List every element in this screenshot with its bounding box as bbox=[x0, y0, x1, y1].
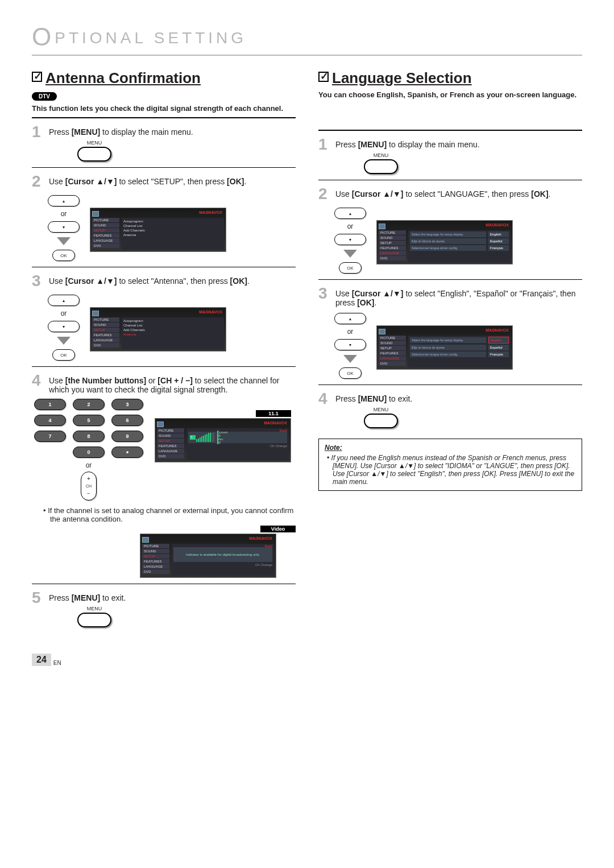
row: Autoprogram bbox=[123, 219, 222, 224]
tv-screen-video: MAGNAVOX PICTURE SOUND SETUP FEATURES LA… bbox=[140, 534, 276, 578]
row: Channel List bbox=[123, 224, 222, 228]
step-4: 4 Press [MENU] to exit. MENU bbox=[318, 391, 582, 428]
or-label: or bbox=[347, 328, 354, 336]
desc: Elija el idioma de ajuste. bbox=[410, 238, 486, 244]
tv-screen-antenna: MAGNAVOX PICTURE SOUND SETUP FEATURES LA… bbox=[90, 307, 226, 352]
t: [MENU] bbox=[72, 593, 101, 602]
side-item: PICTURE bbox=[379, 336, 406, 340]
ok-button-icon: OK bbox=[339, 367, 362, 379]
side-item: FEATURES bbox=[379, 246, 406, 250]
rule bbox=[318, 385, 582, 385]
antenna-icon: ✶ bbox=[190, 435, 196, 440]
check-icon bbox=[32, 72, 42, 82]
side-item: PICTURE bbox=[142, 544, 169, 548]
step-2: 2 Use [Cursor ▲/▼] to select "SETUP", th… bbox=[32, 173, 296, 189]
tv-screen-language: MAGNAVOX PICTURE SOUND SETUP FEATURES LA… bbox=[376, 220, 513, 264]
brand: MAGNAVOX bbox=[486, 223, 509, 227]
menu-button-icon bbox=[364, 414, 398, 428]
rule bbox=[318, 279, 582, 280]
t: [OK] bbox=[230, 276, 247, 286]
t: . bbox=[549, 189, 551, 199]
step-3: 3 Use [Cursor ▲/▼] to select "Antenna", … bbox=[32, 273, 296, 289]
brand: MAGNAVOX bbox=[199, 210, 222, 214]
opt: Español bbox=[488, 238, 509, 244]
tv-side: PICTURE SOUND SETUP FEATURES LANGUAGE DV… bbox=[92, 218, 119, 250]
t: Use bbox=[49, 177, 65, 186]
tv-screen-signal: MAGNAVOX PICTURE SOUND SETUP FEATURES LA… bbox=[155, 418, 291, 462]
down-button-icon: ▾ bbox=[334, 234, 366, 245]
side-item: SETUP bbox=[379, 241, 406, 245]
t: to select "Antenna", then press bbox=[117, 276, 230, 286]
channel-tag: 11.1 bbox=[256, 410, 291, 417]
step-num: 3 bbox=[32, 273, 45, 289]
down-button-icon: ▾ bbox=[334, 339, 366, 350]
step-body: Press [MENU] to exit. MENU bbox=[335, 391, 582, 428]
side-item: SOUND bbox=[157, 433, 184, 438]
side-item: SOUND bbox=[142, 549, 169, 553]
t: Press bbox=[335, 140, 358, 149]
t: [the Number buttons] bbox=[65, 376, 146, 385]
t: [MENU] bbox=[358, 394, 387, 403]
side-item: LANGUAGE bbox=[92, 338, 119, 342]
or-label: or bbox=[61, 210, 67, 218]
side-item: SOUND bbox=[92, 323, 119, 327]
tv-icon bbox=[379, 329, 385, 334]
signal-bar: ✶ Current 55 Max 55 bbox=[188, 432, 287, 443]
t: [Cursor ▲/▼] bbox=[65, 177, 117, 186]
or-label: or bbox=[34, 461, 143, 469]
side-item: DVD bbox=[142, 569, 169, 574]
side-item: PICTURE bbox=[92, 317, 119, 322]
chevron-down-icon bbox=[57, 237, 70, 245]
opt: Français bbox=[488, 352, 509, 357]
tv-icon bbox=[157, 421, 164, 427]
tv-main: Autoprogram Channel List Add Channels An… bbox=[122, 317, 224, 349]
up-button-icon: ▴ bbox=[334, 208, 366, 219]
footer: Ch Change bbox=[173, 562, 272, 567]
t: [MENU] bbox=[72, 127, 101, 137]
chapter-cap: O bbox=[32, 23, 55, 51]
tv-main: Back ✶ Current 55 Max 55 Ch Change bbox=[186, 428, 289, 460]
brand: MAGNAVOX bbox=[264, 421, 287, 425]
rule bbox=[32, 584, 296, 584]
row: Add Channels bbox=[123, 228, 222, 233]
chevron-down-icon bbox=[343, 250, 357, 258]
t: [Cursor ▲/▼] bbox=[352, 289, 404, 298]
step-body: Press [MENU] to display the main menu. M… bbox=[335, 137, 582, 174]
tv-icon bbox=[142, 537, 149, 543]
back-label: Back bbox=[280, 429, 287, 432]
t: Use bbox=[49, 376, 65, 385]
t: If the channel is set to analog channel … bbox=[48, 506, 293, 523]
opt: Français bbox=[488, 245, 509, 251]
menu-label: MENU bbox=[364, 407, 398, 412]
plus-icon: + bbox=[87, 476, 90, 482]
side-item: LANGUAGE bbox=[379, 251, 406, 255]
ok-button-icon: OK bbox=[52, 349, 75, 361]
t: [Cursor ▲/▼] bbox=[65, 276, 117, 286]
tv-side: PICTURE SOUND SETUP FEATURES LANGUAGE DV… bbox=[157, 428, 184, 460]
t: Use bbox=[335, 289, 352, 298]
tv-main: Select the language for setup display.En… bbox=[408, 336, 511, 367]
note-body: • If you need the English menus instead … bbox=[325, 454, 576, 486]
tv-icon bbox=[379, 224, 385, 229]
ch-rocker: + CH − bbox=[81, 472, 97, 501]
t: [MENU] bbox=[358, 140, 387, 149]
cursor-remote: ▴ or ▾ OK bbox=[334, 313, 366, 379]
desc: Elija el idioma de ajuste. bbox=[410, 345, 486, 350]
row: Add Channels bbox=[123, 328, 222, 332]
bullet-note: • If the channel is set to analog channe… bbox=[43, 506, 296, 523]
row: Antenna bbox=[123, 332, 222, 337]
side-item: LANGUAGE bbox=[142, 564, 169, 569]
intro-text: You can choose English, Spanish, or Fren… bbox=[318, 90, 582, 99]
ok-button-icon: OK bbox=[339, 262, 362, 274]
t: Press bbox=[335, 394, 358, 403]
tv-side: PICTURE SOUND SETUP FEATURES LANGUAGE DV… bbox=[379, 336, 406, 367]
down-button-icon: ▾ bbox=[48, 321, 80, 332]
step-body: Use [Cursor ▲/▼] to select "Antenna", th… bbox=[49, 273, 296, 289]
t: to select "SETUP", then press bbox=[117, 177, 227, 186]
down-button-icon: ▾ bbox=[48, 221, 80, 233]
side-item: SETUP bbox=[92, 228, 119, 233]
step-num: 4 bbox=[32, 373, 45, 394]
step-num: 2 bbox=[32, 173, 45, 189]
num-5-button: 5 bbox=[73, 415, 105, 426]
num-1-button: 1 bbox=[34, 399, 66, 410]
